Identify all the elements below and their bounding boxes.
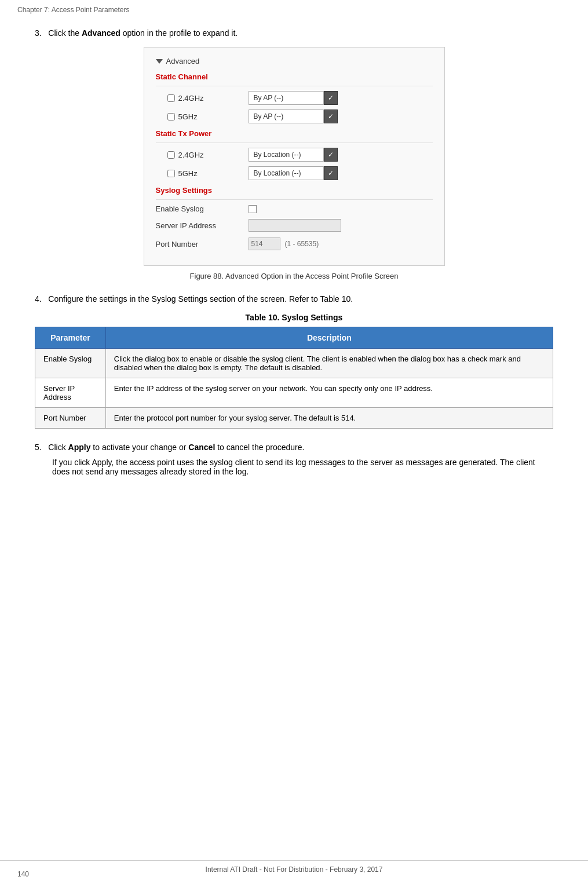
page-footer: Internal ATI Draft - Not For Distributio… <box>0 860 588 878</box>
tx-24ghz-dropdown-wrap: By Location (--) <box>249 148 338 162</box>
table-header-row: Parameter Description <box>35 327 553 349</box>
tx-power-5ghz-row: 5GHz By Location (--) <box>156 166 433 180</box>
advanced-panel: Advanced Static Channel 2.4GHz By AP (--… <box>144 47 445 266</box>
page-content: 3. Click the Advanced option in the prof… <box>0 17 588 513</box>
step4-number: 4. <box>35 294 42 304</box>
chapter-title: Chapter 7: Access Point Parameters <box>17 6 129 14</box>
step4-content: Configure the settings in the Syslog Set… <box>48 294 353 304</box>
tx-24ghz-dropdown[interactable]: By Location (--) <box>249 148 324 162</box>
table-cell-param: Enable Syslog <box>35 349 106 378</box>
step5-end: to cancel the procedure. <box>215 443 304 452</box>
step3-bold: Advanced <box>82 28 120 38</box>
enable-syslog-label: Enable Syslog <box>156 204 249 213</box>
port-number-row: Port Number (1 - 65535) <box>156 238 433 250</box>
tx-5ghz-text: 5GHz <box>178 169 198 178</box>
channel-5ghz-dropdown-btn[interactable] <box>324 109 338 123</box>
advanced-header: Advanced <box>156 57 433 65</box>
tx-24ghz-text: 2.4GHz <box>178 151 204 159</box>
step-4: 4. Configure the settings in the Syslog … <box>35 294 553 429</box>
table-caption: Table 10. Syslog Settings <box>35 313 553 322</box>
step3-prefix: Click the <box>48 28 82 38</box>
static-tx-power-title: Static Tx Power <box>156 129 433 138</box>
divider3 <box>156 199 433 200</box>
tx-5ghz-dropdown-wrap: By Location (--) <box>249 166 338 180</box>
channel-5ghz-dropdown-wrap: By AP (--) <box>249 109 338 123</box>
port-number-label: Port Number <box>156 240 249 249</box>
channel-5ghz-value: By AP (--) <box>254 112 284 120</box>
tx-5ghz-checkbox[interactable] <box>167 170 175 177</box>
divider2 <box>156 143 433 143</box>
table-row: Port NumberEnter the protocol port numbe… <box>35 408 553 429</box>
tx-5ghz-label: 5GHz <box>167 169 249 178</box>
table-row: Enable SyslogClick the dialog box to ena… <box>35 349 553 378</box>
static-channel-title: Static Channel <box>156 72 433 81</box>
channel-5ghz-label: 5GHz <box>167 112 249 121</box>
channel-24ghz-label: 2.4GHz <box>167 94 249 103</box>
table-cell-desc: Enter the protocol port number for your … <box>105 408 553 429</box>
step5-text: 5. Click Apply to activate your change o… <box>35 443 553 452</box>
table-row: Server IP AddressEnter the IP address of… <box>35 378 553 408</box>
collapse-icon[interactable] <box>156 59 163 64</box>
figure-caption: Figure 88. Advanced Option in the Access… <box>35 272 553 280</box>
static-channel-row1: 2.4GHz By AP (--) <box>156 91 433 105</box>
table-cell-param: Port Number <box>35 408 106 429</box>
step3-rest: option in the profile to expand it. <box>120 28 238 38</box>
step5-apply: Apply <box>68 443 91 452</box>
step-3: 3. Click the Advanced option in the prof… <box>35 28 553 280</box>
channel-24ghz-text: 2.4GHz <box>178 94 204 103</box>
tx-24ghz-label: 2.4GHz <box>167 151 249 159</box>
enable-syslog-checkbox[interactable] <box>249 205 257 213</box>
channel-5ghz-dropdown[interactable]: By AP (--) <box>249 109 324 123</box>
channel-24ghz-dropdown[interactable]: By AP (--) <box>249 91 324 105</box>
table-cell-param: Server IP Address <box>35 378 106 408</box>
tx-24ghz-value: By Location (--) <box>254 151 301 159</box>
port-hint: (1 - 65535) <box>285 240 319 248</box>
step5-note: If you click Apply, the access point use… <box>35 458 553 476</box>
step3-text: 3. Click the Advanced option in the prof… <box>35 28 553 38</box>
tx-5ghz-dropdown[interactable]: By Location (--) <box>249 166 324 180</box>
step-5: 5. Click Apply to activate your change o… <box>35 443 553 476</box>
syslog-settings-title: Syslog Settings <box>156 186 433 195</box>
step5-prefix: Click <box>48 443 68 452</box>
step5-mid: to activate your change or <box>90 443 188 452</box>
step3-number: 3. <box>35 28 42 38</box>
static-channel-row2: 5GHz By AP (--) <box>156 109 433 123</box>
channel-5ghz-checkbox[interactable] <box>167 113 175 120</box>
channel-5ghz-text: 5GHz <box>178 112 198 121</box>
chapter-header: Chapter 7: Access Point Parameters <box>0 0 588 17</box>
server-ip-label: Server IP Address <box>156 221 249 230</box>
channel-24ghz-value: By AP (--) <box>254 94 284 102</box>
enable-syslog-row: Enable Syslog <box>156 204 433 213</box>
col-parameter: Parameter <box>35 327 106 349</box>
tx-24ghz-checkbox[interactable] <box>167 151 175 159</box>
tx-5ghz-value: By Location (--) <box>254 169 301 177</box>
port-row-inner: (1 - 65535) <box>249 238 319 250</box>
channel-24ghz-dropdown-wrap: By AP (--) <box>249 91 338 105</box>
step4-text: 4. Configure the settings in the Syslog … <box>35 294 553 304</box>
server-ip-input[interactable] <box>249 219 341 232</box>
port-number-input[interactable] <box>249 238 280 250</box>
channel-24ghz-checkbox[interactable] <box>167 94 175 102</box>
tx-24ghz-dropdown-btn[interactable] <box>324 148 338 162</box>
step5-cancel: Cancel <box>188 443 215 452</box>
server-ip-row: Server IP Address <box>156 219 433 232</box>
tx-5ghz-dropdown-btn[interactable] <box>324 166 338 180</box>
tx-power-24ghz-row: 2.4GHz By Location (--) <box>156 148 433 162</box>
advanced-label: Advanced <box>166 57 200 65</box>
table-cell-desc: Click the dialog box to enable or disabl… <box>105 349 553 378</box>
col-description: Description <box>105 327 553 349</box>
divider1 <box>156 86 433 86</box>
channel-24ghz-dropdown-btn[interactable] <box>324 91 338 105</box>
step5-number: 5. <box>35 443 42 452</box>
table-cell-desc: Enter the IP address of the syslog serve… <box>105 378 553 408</box>
syslog-settings-table: Parameter Description Enable SyslogClick… <box>35 327 553 429</box>
